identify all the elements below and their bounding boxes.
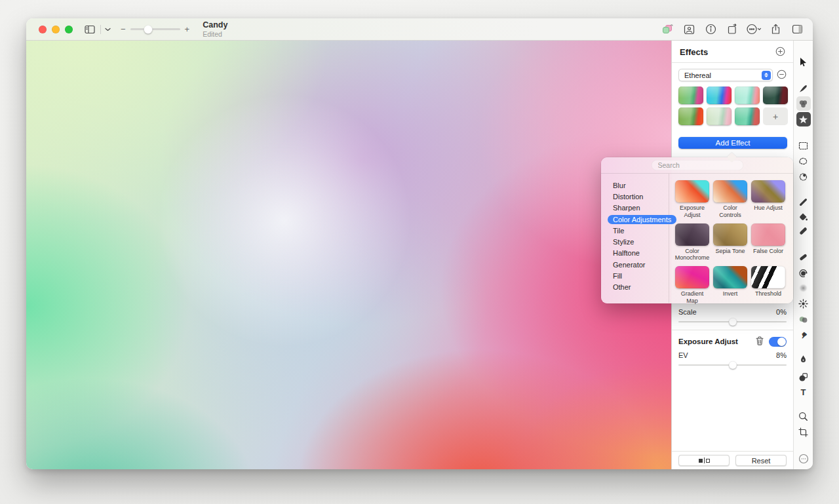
document-title: Candy Edited (203, 20, 227, 37)
soften-tool[interactable] (796, 281, 811, 295)
eraser-tool[interactable] (796, 223, 811, 238)
more-options-button[interactable] (746, 22, 762, 37)
category-blur[interactable]: Blur (613, 180, 669, 191)
rotate-canvas-button[interactable] (724, 22, 740, 37)
close-button[interactable] (39, 26, 47, 33)
effects-gallery-button[interactable] (659, 22, 675, 37)
category-halftone[interactable]: Halftone (613, 248, 669, 259)
minimize-button[interactable] (52, 26, 60, 33)
effect-gradient-map[interactable]: Gradient Map (674, 266, 710, 305)
delete-effect-button[interactable] (756, 336, 764, 347)
preset-thumbnail[interactable] (735, 107, 760, 125)
compare-button[interactable] (678, 455, 730, 466)
quick-selection-tool[interactable] (796, 169, 811, 184)
popup-search-row (601, 157, 793, 174)
add-preset-button[interactable] (775, 47, 785, 58)
category-generator[interactable]: Generator (613, 259, 669, 270)
category-list: Blur Distortion Sharpen Color Adjustment… (601, 174, 669, 303)
crop-tool[interactable] (796, 425, 811, 439)
zoom-slider-knob[interactable] (144, 25, 152, 33)
zoom-tool[interactable] (796, 409, 811, 423)
freeform-selection-tool[interactable] (796, 153, 811, 168)
more-tools-button[interactable] (796, 452, 811, 466)
preset-select[interactable]: Ethereal (678, 69, 773, 81)
effect-hue-adjust[interactable]: Hue Adjust (751, 180, 786, 219)
color-adjustments-tool[interactable] (796, 96, 811, 111)
effect-threshold[interactable]: Threshold (751, 266, 786, 305)
fullscreen-button[interactable] (65, 26, 73, 33)
search-input[interactable] (658, 161, 747, 169)
remove-preset-button[interactable] (777, 69, 787, 81)
canvas-image[interactable] (26, 41, 671, 469)
arrange-tool[interactable] (796, 55, 811, 69)
share-button[interactable] (768, 22, 783, 37)
effect-false-color[interactable]: False Color (751, 223, 786, 262)
scale-slider[interactable] (678, 317, 787, 326)
warp-tool[interactable]: ☛ (796, 328, 811, 342)
effect-exposure-adjust[interactable]: Exposure Adjust (674, 180, 710, 219)
portrait-button[interactable] (681, 22, 697, 37)
ev-slider[interactable] (678, 360, 787, 369)
ev-label: EV (678, 351, 688, 359)
category-distortion[interactable]: Distortion (613, 191, 669, 202)
color-replace-tool[interactable] (796, 312, 811, 326)
sidebar-mode-dropdown[interactable] (100, 22, 115, 37)
quick-selection-icon (798, 172, 808, 182)
add-preset-tile[interactable]: + (763, 107, 788, 125)
text-tool[interactable]: T (796, 385, 811, 399)
category-tile[interactable]: Tile (613, 225, 669, 236)
preset-thumbnail[interactable] (763, 87, 788, 104)
effect-thumbnail (713, 223, 747, 246)
clone-icon (798, 268, 808, 278)
effect-thumbnail (751, 180, 785, 203)
scale-slider-knob[interactable] (729, 318, 737, 326)
zoom-in-button[interactable]: + (185, 24, 190, 34)
effect-sepia-tone[interactable]: Sepia Tone (712, 223, 748, 262)
preset-thumbnail[interactable] (678, 87, 703, 104)
preset-thumbnail[interactable] (735, 87, 760, 104)
paint-tool[interactable] (796, 195, 811, 209)
ev-slider-knob[interactable] (729, 361, 737, 369)
effects-tool[interactable] (796, 112, 811, 126)
effect-color-monochrome[interactable]: Color Monochrome (674, 223, 710, 262)
document-name: Candy (203, 20, 227, 29)
pen-tool[interactable] (796, 352, 811, 366)
category-stylize[interactable]: Stylize (613, 236, 669, 247)
category-other[interactable]: Other (613, 282, 669, 293)
rect-selection-tool[interactable] (796, 138, 811, 153)
effect-invert[interactable]: Invert (712, 266, 748, 305)
search-field[interactable] (652, 160, 743, 170)
add-effect-button[interactable]: Add Effect (678, 137, 787, 149)
scale-label: Scale (678, 308, 697, 316)
retouch-tool[interactable] (796, 250, 811, 264)
tool-strip: ☛ T (793, 41, 813, 469)
sharpen-tool[interactable] (796, 296, 811, 311)
trash-icon (756, 336, 764, 345)
preset-thumbnail[interactable] (707, 107, 732, 125)
color-replace-icon (798, 315, 808, 324)
effect-color-controls[interactable]: Color Controls (712, 180, 748, 219)
zoom-slider[interactable] (130, 28, 180, 30)
preset-thumbnail[interactable] (678, 107, 703, 125)
toggle-knob (777, 338, 786, 346)
preset-thumbnail[interactable] (707, 87, 732, 104)
rect-selection-icon (798, 141, 808, 151)
effect-grid: Exposure Adjust Color Controls Hue Adjus… (669, 174, 793, 303)
clone-tool[interactable] (796, 265, 811, 280)
shapes-tool[interactable] (796, 370, 811, 384)
info-button[interactable] (703, 22, 718, 37)
zoom-out-button[interactable]: − (121, 24, 126, 34)
effects-gallery-icon (661, 24, 673, 35)
star-icon (798, 115, 808, 125)
exposure-adjust-toggle[interactable] (769, 337, 787, 347)
category-fill[interactable]: Fill (613, 270, 669, 281)
fill-tool[interactable] (796, 210, 811, 224)
category-sharpen[interactable]: Sharpen (613, 203, 669, 214)
app-window: − + Candy Edited (26, 18, 813, 469)
category-color-adjustments[interactable]: Color Adjustments (613, 214, 669, 225)
reset-button[interactable]: Reset (735, 455, 787, 466)
toggle-left-sidebar-button[interactable] (82, 22, 98, 37)
toggle-right-sidebar-button[interactable] (789, 22, 805, 37)
cursor-icon (798, 57, 808, 68)
effects-brush-tool[interactable] (796, 81, 811, 96)
